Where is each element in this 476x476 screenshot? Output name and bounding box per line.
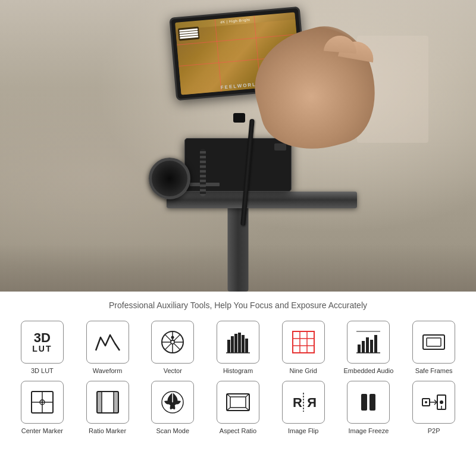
tool-icon-box-nine-grid (282, 321, 325, 364)
p2p-icon (421, 389, 447, 415)
tool-label-aspect-ratio: Aspect Ratio (220, 427, 256, 435)
tool-label-image-flip: Image Flip (288, 427, 318, 435)
tool-icon-box-aspect-ratio (217, 381, 259, 424)
tool-icon-box-ratio-marker (86, 381, 129, 424)
tool-label-safe-frames: Safe Frames (415, 367, 453, 375)
svg-point-56 (440, 400, 443, 404)
tool-item-nine-grid: Nine Grid (273, 321, 334, 375)
tool-label-waveform: Waveform (93, 367, 123, 375)
monitor: 4K | High-Bright FEELWORLD (169, 7, 306, 101)
svg-rect-10 (231, 336, 234, 353)
tool-label-embedded-audio: Embedded Audio (344, 367, 394, 375)
tool-item-image-flip: R R Image Flip (273, 381, 334, 435)
tool-label-histogram: Histogram (223, 367, 253, 375)
tool-item-3d-lut: 3D LUT 3D LUT (12, 321, 73, 375)
svg-rect-16 (293, 331, 314, 353)
tool-icon-box-image-flip: R R (282, 381, 325, 424)
svg-rect-50 (361, 394, 367, 411)
tool-item-vector: Vector (142, 321, 203, 375)
embedded-audio-icon (355, 329, 381, 355)
tool-label-image-freeze: Image Freeze (348, 427, 389, 435)
histogram-icon (225, 329, 251, 355)
tool-icon-box-image-freeze (347, 381, 390, 424)
svg-point-53 (425, 401, 427, 403)
svg-rect-42 (230, 397, 246, 408)
tool-item-embedded-audio: Embedded Audio (339, 321, 399, 375)
tool-label-ratio-marker: Ratio Marker (89, 427, 126, 435)
svg-rect-36 (97, 392, 102, 413)
tool-label-center-marker: Center Marker (21, 427, 63, 435)
camera-lens (149, 158, 190, 199)
cable-connector (233, 113, 245, 123)
svg-rect-51 (369, 394, 375, 411)
tagline: Professional Auxiliary Tools, Help You F… (12, 300, 464, 310)
tool-icon-box-center-marker (21, 381, 64, 424)
monitor-screen: 4K | High-Bright (175, 12, 301, 95)
tool-item-aspect-ratio: Aspect Ratio (208, 381, 268, 435)
svg-text:R: R (307, 395, 317, 410)
tool-icon-box-histogram (217, 321, 259, 364)
tool-icon-box-waveform (86, 321, 129, 364)
svg-rect-24 (370, 340, 373, 353)
svg-point-7 (171, 336, 174, 339)
nine-grid-icon (290, 329, 317, 355)
tool-icon-box-safe-frames (412, 321, 455, 364)
svg-rect-21 (358, 345, 361, 353)
tool-label-3d-lut: 3D LUT (31, 367, 54, 375)
svg-rect-37 (114, 392, 118, 413)
tool-icon-box-p2p (412, 381, 455, 424)
image-flip-icon: R R (290, 389, 317, 415)
tool-item-histogram: Histogram (208, 321, 268, 375)
tool-icon-box-embedded-audio (347, 321, 390, 364)
svg-rect-23 (366, 337, 369, 353)
tool-icon-box-3d-lut: 3D LUT (21, 321, 64, 364)
tool-label-vector: Vector (164, 367, 182, 375)
tool-item-waveform: Waveform (77, 321, 138, 375)
svg-rect-13 (242, 335, 245, 353)
vector-icon (159, 329, 186, 355)
lut-icon: 3D LUT (32, 331, 52, 353)
tool-item-safe-frames: Safe Frames (403, 321, 464, 375)
tool-item-image-freeze: Image Freeze (339, 381, 399, 435)
safe-frames-icon (421, 329, 447, 355)
rig-rail (167, 192, 357, 208)
tool-item-center-marker: Center Marker (12, 381, 73, 435)
bottom-section: Professional Auxiliary Tools, Help You F… (0, 292, 476, 476)
center-marker-icon (29, 389, 55, 415)
tools-grid: 3D LUT 3D LUT Waveform (12, 321, 464, 435)
tool-label-nine-grid: Nine Grid (289, 367, 317, 375)
svg-rect-9 (227, 340, 230, 353)
image-freeze-icon (355, 389, 381, 415)
ratio-marker-icon (95, 389, 121, 415)
svg-point-34 (41, 402, 43, 403)
spring-cable (200, 149, 206, 196)
svg-rect-29 (427, 338, 441, 346)
tool-label-scan-mode: Scan Mode (156, 427, 189, 435)
svg-rect-11 (234, 334, 237, 353)
svg-rect-14 (245, 339, 248, 353)
tool-icon-box-scan-mode (151, 381, 194, 424)
svg-text:R: R (293, 395, 302, 410)
tool-label-p2p: P2P (428, 427, 440, 435)
tool-item-p2p: P2P (403, 381, 464, 435)
svg-rect-12 (238, 333, 241, 353)
tool-item-scan-mode: Scan Mode (142, 381, 203, 435)
aspect-ratio-icon (225, 389, 251, 415)
scan-mode-icon (159, 389, 186, 415)
tool-icon-box-vector (151, 321, 194, 364)
waveform-icon (95, 329, 121, 355)
svg-rect-22 (362, 341, 365, 353)
svg-point-8 (171, 340, 174, 344)
photo-section: 4K | High-Bright FEELWORLD (0, 0, 476, 292)
svg-rect-25 (374, 335, 377, 353)
tool-item-ratio-marker: Ratio Marker (77, 381, 138, 435)
